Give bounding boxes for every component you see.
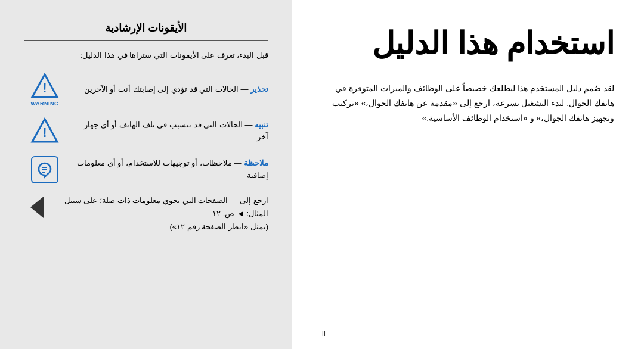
note-icon-container xyxy=(24,156,66,183)
caution-icon: ! xyxy=(30,117,59,144)
svg-text:!: ! xyxy=(42,80,47,95)
caution-label: تنبيه xyxy=(255,120,268,129)
note-text: ملاحظة — ملاحظات، أو توجيهات للاستخدام، … xyxy=(74,157,268,182)
page-number: ii xyxy=(322,329,326,338)
arrow-icon xyxy=(30,197,44,218)
refer-row: ارجع إلى — الصفحات التي تحوي معلومات ذات… xyxy=(24,194,268,233)
note-label: ملاحظة xyxy=(244,158,268,167)
warning-row: تحذير — الحالات التي قد تؤدي إلى إصابتك … xyxy=(24,73,268,107)
warning-dash: — xyxy=(240,85,250,94)
main-content: لقد صُمم دليل المستخدم هذا ليطلعك خصيصاً… xyxy=(322,81,614,126)
refer-text: ارجع إلى — الصفحات التي تحوي معلومات ذات… xyxy=(58,194,268,233)
note-row: ملاحظة — ملاحظات، أو توجيهات للاستخدام، … xyxy=(24,156,268,183)
refer-label: ارجع إلى xyxy=(240,196,268,205)
left-panel: الأيقونات الإرشادية قبل البدء، تعرف على … xyxy=(0,0,292,349)
warning-label: تحذير xyxy=(250,85,268,94)
warning-desc: الحالات التي قد تؤدي إلى إصابتك أنت أو ا… xyxy=(84,85,241,94)
right-panel: استخدام هذا الدليل لقد صُمم دليل المستخد… xyxy=(292,0,644,349)
warning-badge: WARNING xyxy=(31,101,59,107)
warning-icon-container: ! WARNING xyxy=(24,73,66,107)
main-title: استخدام هذا الدليل xyxy=(322,24,614,64)
intro-text: قبل البدء، تعرف على الأيقونات التي ستراه… xyxy=(24,49,268,62)
caution-row: تنبيه — الحالات التي قد تتسبب في تلف اله… xyxy=(24,117,268,145)
caution-dash: — xyxy=(244,120,255,129)
left-panel-title: الأيقونات الإرشادية xyxy=(24,21,268,35)
arrow-icon-container xyxy=(24,194,50,218)
caution-desc: الحالات التي قد تتسبب في تلف الهاتف أو أ… xyxy=(84,120,268,142)
warning-text: تحذير — الحالات التي قد تؤدي إلى إصابتك … xyxy=(74,83,268,96)
refer-dash: — xyxy=(230,196,240,205)
note-dash: — xyxy=(234,158,244,167)
divider xyxy=(24,40,268,41)
warning-icon: ! xyxy=(30,73,59,99)
svg-text:!: ! xyxy=(42,125,47,140)
note-icon xyxy=(31,156,58,183)
caution-icon-container: ! xyxy=(24,117,66,145)
caution-text: تنبيه — الحالات التي قد تتسبب في تلف اله… xyxy=(74,119,268,144)
note-icon-svg xyxy=(36,161,54,179)
